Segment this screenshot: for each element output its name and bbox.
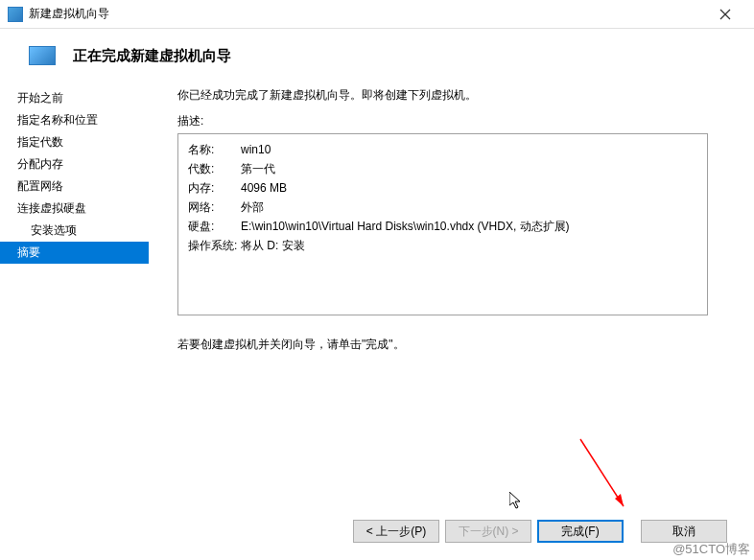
desc-key: 名称: xyxy=(188,141,241,158)
wizard-sidebar: 开始之前指定名称和位置指定代数分配内存配置网络连接虚拟硬盘安装选项摘要 xyxy=(0,84,149,497)
titlebar: 新建虚拟机向导 xyxy=(0,0,754,29)
desc-row: 网络:外部 xyxy=(188,198,697,217)
watermark-text: @51CTO博客 xyxy=(672,541,750,558)
sidebar-item-5[interactable]: 连接虚拟硬盘 xyxy=(0,198,149,220)
desc-row: 硬盘:E:\win10\win10\Virtual Hard Disks\win… xyxy=(188,217,697,236)
sidebar-item-1[interactable]: 指定名称和位置 xyxy=(0,109,149,131)
description-box: 名称:win10代数:第一代内存:4096 MB网络:外部硬盘:E:\win10… xyxy=(177,133,708,315)
desc-row: 代数:第一代 xyxy=(188,159,697,178)
desc-row: 名称:win10 xyxy=(188,140,697,159)
app-icon xyxy=(8,7,23,22)
intro-text: 你已经成功完成了新建虚拟机向导。即将创建下列虚拟机。 xyxy=(177,87,708,104)
window-title: 新建虚拟机向导 xyxy=(29,6,703,22)
desc-key: 操作系统: xyxy=(188,237,241,254)
wizard-icon xyxy=(29,46,56,65)
desc-key: 内存: xyxy=(188,179,241,197)
wizard-main: 你已经成功完成了新建虚拟机向导。即将创建下列虚拟机。 描述: 名称:win10代… xyxy=(149,84,754,497)
sidebar-item-2[interactable]: 指定代数 xyxy=(0,131,149,153)
button-bar: < 上一步(P) 下一步(N) > 完成(F) 取消 xyxy=(353,520,727,543)
sidebar-item-6[interactable]: 安装选项 xyxy=(0,220,149,242)
previous-button[interactable]: < 上一步(P) xyxy=(353,520,439,543)
sidebar-item-0[interactable]: 开始之前 xyxy=(0,87,149,109)
finish-button[interactable]: 完成(F) xyxy=(537,520,624,543)
desc-key: 硬盘: xyxy=(188,218,241,235)
wizard-header: 正在完成新建虚拟机向导 xyxy=(0,29,754,84)
desc-key: 网络: xyxy=(188,198,241,216)
sidebar-item-3[interactable]: 分配内存 xyxy=(0,153,149,175)
sidebar-item-7[interactable]: 摘要 xyxy=(0,242,149,264)
wizard-body: 开始之前指定名称和位置指定代数分配内存配置网络连接虚拟硬盘安装选项摘要 你已经成… xyxy=(0,84,754,497)
sidebar-item-4[interactable]: 配置网络 xyxy=(0,175,149,198)
close-button[interactable] xyxy=(703,0,746,29)
close-icon xyxy=(719,9,731,20)
desc-key: 代数: xyxy=(188,160,241,177)
desc-row: 操作系统:将从 D: 安装 xyxy=(188,236,697,255)
next-button: 下一步(N) > xyxy=(445,520,531,543)
page-title: 正在完成新建虚拟机向导 xyxy=(73,47,231,65)
desc-val: win10 xyxy=(241,141,697,158)
finish-hint: 若要创建虚拟机并关闭向导，请单击"完成"。 xyxy=(177,337,708,353)
desc-val: 外部 xyxy=(241,198,697,216)
desc-val: E:\win10\win10\Virtual Hard Disks\win10.… xyxy=(241,218,697,235)
desc-row: 内存:4096 MB xyxy=(188,178,697,198)
description-label: 描述: xyxy=(177,113,708,129)
desc-val: 4096 MB xyxy=(241,179,697,197)
cancel-button[interactable]: 取消 xyxy=(641,520,727,543)
desc-val: 第一代 xyxy=(241,160,697,177)
desc-val: 将从 D: 安装 xyxy=(241,237,697,254)
